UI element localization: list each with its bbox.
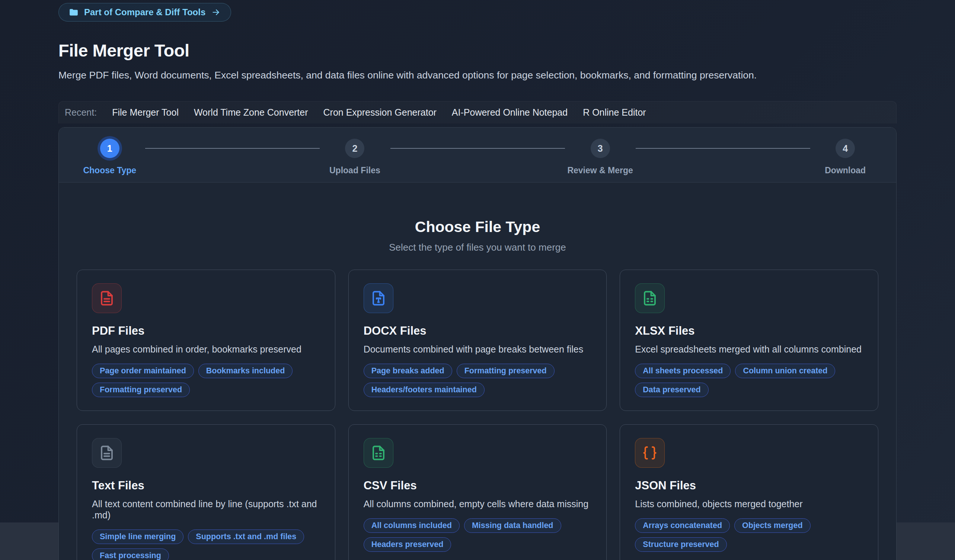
step-connector (636, 148, 810, 149)
feature-tag: Data preserved (635, 383, 708, 397)
recent-link-time-zone-converter[interactable]: World Time Zone Converter (194, 107, 308, 118)
section-subtitle: Select the type of files you want to mer… (77, 242, 878, 253)
step-label: Choose Type (83, 165, 136, 176)
recent-link-r-editor[interactable]: R Online Editor (583, 107, 646, 118)
recent-link-file-merger[interactable]: File Merger Tool (112, 107, 178, 118)
card-description: Excel spreadsheets merged with all colum… (635, 343, 863, 355)
feature-tag: Supports .txt and .md files (188, 529, 304, 544)
step-label: Download (825, 165, 866, 176)
step-label: Upload Files (329, 165, 380, 176)
step-review-merge: 3 Review & Merge (541, 139, 660, 176)
step-number-badge: 3 (591, 139, 610, 158)
recent-link-cron-generator[interactable]: Cron Expression Generator (323, 107, 437, 118)
feature-tag: Headers preserved (363, 537, 451, 552)
feature-tag: Formatting preserved (457, 363, 554, 378)
recent-link-ai-notepad[interactable]: AI-Powered Online Notepad (452, 107, 568, 118)
step-number-badge: 4 (836, 139, 855, 158)
category-badge-label: Part of Compare & Diff Tools (84, 7, 205, 17)
card-tags: Page order maintained Bookmarks included… (92, 363, 320, 397)
feature-tag: Page order maintained (92, 363, 194, 378)
step-label: Review & Merge (567, 165, 633, 176)
card-tags: All sheets processed Column union create… (635, 363, 863, 397)
page-title: File Merger Tool (58, 40, 897, 61)
feature-tag: Structure preserved (635, 537, 726, 552)
feature-tag: Simple line merging (92, 529, 183, 544)
step-choose-type: 1 Choose Type (58, 139, 169, 176)
file-type-card-xlsx[interactable]: XLSX Files Excel spreadsheets merged wit… (620, 270, 878, 411)
file-spreadsheet-icon (635, 283, 665, 313)
step-download: 4 Download (786, 139, 897, 176)
feature-tag: All columns included (363, 518, 460, 533)
feature-tag: Headers/footers maintained (363, 383, 485, 397)
card-description: Documents combined with page breaks betw… (363, 343, 592, 355)
card-tags: Page breaks added Formatting preserved H… (363, 363, 592, 397)
feature-tag: Arrays concatenated (635, 518, 730, 533)
feature-tag: Column union created (735, 363, 835, 378)
braces-icon (635, 438, 665, 468)
recent-label: Recent: (65, 107, 97, 118)
card-title: XLSX Files (635, 324, 863, 338)
card-title: CSV Files (363, 479, 592, 492)
feature-tag: Page breaks added (363, 363, 452, 378)
feature-tag: Objects merged (734, 518, 811, 533)
file-type-grid: PDF Files All pages combined in order, b… (77, 270, 878, 560)
file-type-icon (363, 283, 393, 313)
file-type-card-json[interactable]: JSON Files Lists combined, objects merge… (620, 424, 878, 560)
card-description: Lists combined, objects merged together (635, 498, 863, 509)
feature-tag: Fast processing (92, 549, 169, 560)
card-tags: All columns included Missing data handle… (363, 518, 592, 552)
wizard-stepper: 1 Choose Type 2 Upload Files 3 Review & … (59, 128, 896, 183)
file-type-card-text[interactable]: Text Files All text content combined lin… (77, 424, 335, 560)
file-type-card-pdf[interactable]: PDF Files All pages combined in order, b… (77, 270, 335, 411)
step-upload-files: 2 Upload Files (295, 139, 414, 176)
file-spreadsheet-icon (363, 438, 393, 468)
card-title: PDF Files (92, 324, 320, 338)
step-connector (390, 148, 565, 149)
file-type-card-csv[interactable]: CSV Files All columns combined, empty ce… (348, 424, 607, 560)
file-type-card-docx[interactable]: DOCX Files Documents combined with page … (348, 270, 607, 411)
step-number-badge: 1 (100, 139, 119, 158)
feature-tag: All sheets processed (635, 363, 731, 378)
card-tags: Simple line merging Supports .txt and .m… (92, 529, 320, 560)
file-text-icon (92, 283, 122, 313)
arrow-right-icon (211, 8, 221, 17)
step-connector (145, 148, 320, 149)
feature-tag: Bookmarks included (198, 363, 293, 378)
card-description: All text content combined line by line (… (92, 498, 320, 521)
step-number-badge: 2 (345, 139, 364, 158)
card-description: All columns combined, empty cells where … (363, 498, 592, 509)
card-description: All pages combined in order, bookmarks p… (92, 343, 320, 355)
page-description: Merge PDF files, Word documents, Excel s… (58, 70, 897, 81)
feature-tag: Missing data handled (464, 518, 561, 533)
merger-wizard-panel: 1 Choose Type 2 Upload Files 3 Review & … (58, 127, 897, 560)
file-text-icon (92, 438, 122, 468)
category-badge-link[interactable]: Part of Compare & Diff Tools (58, 3, 231, 22)
file-merger-page: Part of Compare & Diff Tools File Merger… (58, 0, 897, 560)
folder-icon (69, 8, 78, 17)
card-title: JSON Files (635, 479, 863, 492)
card-tags: Arrays concatenated Objects merged Struc… (635, 518, 863, 552)
section-title: Choose File Type (77, 218, 878, 236)
feature-tag: Formatting preserved (92, 383, 190, 397)
card-title: Text Files (92, 479, 320, 492)
recent-tools-bar: Recent: File Merger Tool World Time Zone… (58, 101, 897, 123)
choose-file-type-section: Choose File Type Select the type of file… (59, 183, 896, 560)
card-title: DOCX Files (363, 324, 592, 338)
